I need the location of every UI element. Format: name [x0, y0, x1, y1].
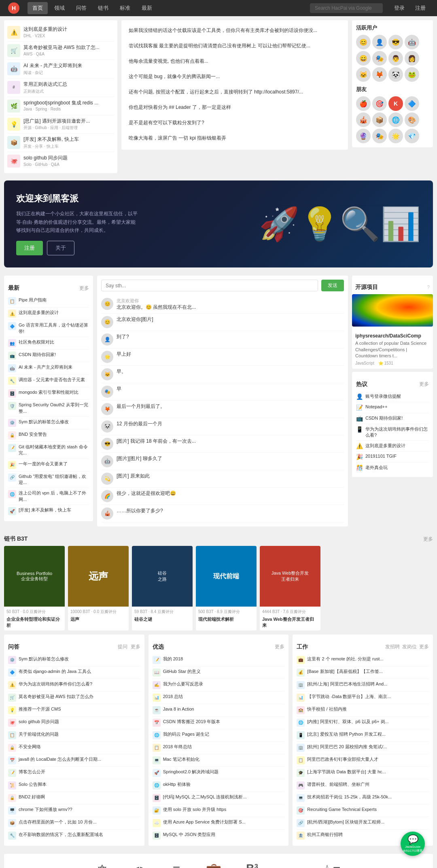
avatar[interactable]: 🦊: [372, 67, 387, 82]
footer-icon-backend[interactable]: ≡ 后端: [172, 862, 181, 868]
list-item[interactable]: ☁️使用 Azure App Service 免费计划部署 S...: [153, 817, 285, 830]
list-item[interactable]: 📖GitHub Star 的意义: [153, 666, 285, 679]
avatar[interactable]: 🎯: [372, 96, 387, 111]
list-item[interactable]: 🔗[杭州/西湖][Bytom] 区块链开发工程师...: [297, 817, 429, 830]
list-item[interactable]: 🔒BND 安全警告: [8, 429, 89, 442]
list-item[interactable]: 🌐连上公司的 vpn 后，电脑上不了外网...: [8, 488, 89, 505]
list-item[interactable]: 🌐okHttp 初体验: [153, 779, 285, 792]
avatar[interactable]: 🐼: [388, 67, 403, 82]
list-item[interactable]: 🚀Springboot2.0 解决跨域问题: [153, 767, 285, 779]
list-item[interactable]: 📋Pipe 用户指南: [8, 295, 89, 308]
list-item[interactable]: 🎉一年一度的年会又要来了: [8, 459, 89, 471]
list-item[interactable]: 📋关于前端优化的问题: [8, 729, 140, 742]
list-item[interactable]: ✍️我为什么要写反思录: [153, 679, 285, 692]
list-item[interactable]: 🎉20191101 TGIF: [356, 452, 429, 463]
list-item[interactable]: ⚙️Sym 默认的标签怎么修改: [8, 654, 140, 666]
list-item[interactable]: 🗄️[代码] MySQL 之二MySQL 连接机制浅析...: [153, 792, 285, 804]
list-item[interactable]: ⚠️这到底是多重的设计: [356, 441, 429, 452]
list-item[interactable]: 📋阿里巴巴政务钉钉事业部招大量人才: [297, 754, 429, 767]
footer-icon-blockchain[interactable]: 〜 区块链: [282, 862, 297, 868]
list-item[interactable]: 💰[Base 新加坡]【高薪低税】【工作签...: [297, 666, 429, 679]
list-item[interactable]: 📝博客怎么公开: [8, 767, 140, 779]
list-item[interactable]: 如果我没猜错的话这个仗载应该是个工具类，但你只有有主类库才会被到的话设你便没..…: [125, 23, 345, 37]
footer-icon-fun[interactable]: ✡ 好玩: [97, 862, 108, 868]
nav-books[interactable]: 链书: [93, 2, 113, 14]
list-item[interactable]: 🛡️Spring Security Oauth2 从零到一完整...: [8, 400, 89, 417]
list-item[interactable]: 🐙solo github 同步问题: [8, 717, 140, 729]
nav-qa[interactable]: 问答: [71, 2, 91, 14]
footer-icon-jobs[interactable]: 💼 工作: [206, 862, 222, 868]
avatar[interactable]: 😄: [356, 51, 371, 66]
post-job-link[interactable]: 发招聘: [385, 643, 400, 650]
float-button[interactable]: 💬 JavaGuide @51CTO博客: [401, 832, 425, 856]
avatar[interactable]: 👨: [388, 51, 403, 66]
list-item[interactable]: 📅java8 的 LocalDate 怎么去判断某个日期...: [8, 754, 140, 767]
list-item[interactable]: 📅CSDN 博客搬迁 2019 年版本: [153, 717, 285, 729]
list-item[interactable]: 💼这里有 2 个 remote 的社. 分别是 rust...: [297, 654, 429, 666]
login-link[interactable]: 登录: [391, 3, 408, 13]
avatar[interactable]: 🍎: [356, 96, 371, 111]
list-item[interactable]: 📝我的 2018: [153, 654, 285, 666]
avatar[interactable]: 😎: [388, 35, 403, 49]
list-item[interactable]: 🌿 springboot|springboot 集成 redis ... Jav…: [7, 97, 114, 115]
post-position-link[interactable]: 发岗位: [402, 643, 417, 650]
avatar[interactable]: 👩: [405, 51, 419, 66]
list-item[interactable]: 📋2018 年终总结: [153, 742, 285, 754]
books-more-link[interactable]: 更多: [423, 536, 433, 543]
list-item[interactable]: 🏢[杭州/上海] 阿里巴巴本地生活招聘 And...: [297, 679, 429, 692]
welcome-about-button[interactable]: 关于: [47, 241, 74, 255]
ask-link[interactable]: 提问: [118, 643, 127, 650]
list-item[interactable]: 🛒莫名奇妙被亚马逊 AWS 扣款了怎么办: [8, 692, 140, 704]
list-item[interactable]: 🌐[内推] 阿里钉钉、双体、p6 以及 p6+ 岗...: [297, 717, 429, 729]
list-item[interactable]: 吃像大海着，滚屏广告 一切 kpi 指标钱银着弄: [125, 131, 345, 145]
list-item[interactable]: 🔒不安全网络: [8, 742, 140, 754]
list-item[interactable]: 📱华为为这次胡玮炜的事件你们怎么看?: [356, 424, 429, 441]
avatar[interactable]: 🤖: [405, 35, 419, 49]
list-item[interactable]: 🖥️chrome 下如何播放 wmv??: [8, 804, 140, 817]
list-item[interactable]: 🔧调控器 - 父元素中是否包含子元素: [8, 375, 89, 387]
list-item[interactable]: 🛒 莫名奇妙被亚马逊 AWS 扣款了怎... AWS · Q&A: [7, 42, 114, 60]
list-item[interactable]: 🎓[上海字节跳动 Data 数据平台] 大量 hc...: [297, 767, 429, 779]
list-item[interactable]: 📝Git 临时储藏本地变更的 stash 命令完...: [8, 442, 89, 459]
book-card[interactable]: 现代前端 500 B3T · 8.9 豆瓣评分 现代前端技术解析: [196, 546, 257, 630]
list-item[interactable]: 🏢[杭州] 阿里巴巴 20 届校招内推 免笔试/...: [297, 742, 429, 754]
book-card[interactable]: Java Web整合开发王者归来 4444 B3T · 7.6 豆瓣评分 Jav…: [260, 546, 320, 630]
list-item[interactable]: ⚠️这到底是多重的设计: [8, 308, 89, 320]
list-item[interactable]: 🎮谱普科技、前端招聘、坐标广州: [297, 779, 429, 792]
list-item[interactable]: 他每余流量变视觉, 也他们有点着着...: [125, 54, 345, 68]
latest-more-link[interactable]: 更多: [79, 285, 89, 292]
list-item[interactable]: 📜Solo 公告脚本: [8, 779, 140, 792]
list-item[interactable]: 🗄️MySQL 中 JSON 类型应用: [153, 830, 285, 842]
list-item[interactable]: 💡推推荐一个开源 CMS: [8, 704, 140, 717]
list-item[interactable]: 💻Mac 笔记本初始化: [153, 754, 285, 767]
list-item[interactable]: 💡 [思广益] 遇到开源项目邀套开... 开源 · Github · 应用 · …: [7, 115, 114, 134]
welcome-register-button[interactable]: 注册: [16, 241, 43, 255]
list-item[interactable]: 🔐使用 solo 开放 solo 并升级 https: [153, 804, 285, 817]
list-item[interactable]: 🗄️mongodo 索引引擎和性能对比: [8, 387, 89, 400]
book-card[interactable]: Business Portfolio企业业务转型 50 B3T · 0.0 豆瓣…: [4, 546, 65, 630]
list-item[interactable]: 📊【字节跳动 -Data 数据平台】上海、南京...: [297, 692, 429, 704]
list-item[interactable]: 🔷Go 语言常用工具库，这个钻缝还算带!: [8, 320, 89, 337]
avatar[interactable]: 😊: [356, 35, 371, 49]
avatar[interactable]: 🐱: [356, 67, 371, 82]
nav-standard[interactable]: 标准: [115, 2, 135, 14]
list-item[interactable]: 🔗Github "用爱发电" 组织邀请帖，欢迎...: [8, 471, 89, 488]
list-item[interactable]: 🎯Recruiting Game Technical Experts: [297, 804, 429, 817]
list-item[interactable]: 📦 [开发] 来不及解释, 快上车 开发 · 分享 · 快上车: [7, 134, 114, 152]
nav-home[interactable]: 首页: [28, 2, 48, 14]
avatar[interactable]: 🎪: [356, 112, 371, 127]
list-item[interactable]: 🐙 solo github 同步问题 Solo · GitHub · Q&A: [7, 152, 114, 170]
chat-send-button[interactable]: 发送: [321, 280, 344, 291]
avatar[interactable]: 🌟: [388, 129, 403, 143]
list-item[interactable]: 🤖 AI 未来 - 共产主义即将到来 阅读 · 杂记: [7, 60, 114, 79]
list-item[interactable]: 🔒BND2 好墙啊: [8, 792, 140, 804]
list-item[interactable]: 🔧在不影响数据的情况下，怎么重新配置域名: [8, 830, 140, 842]
search-input[interactable]: [310, 3, 383, 13]
footer-icon-b3[interactable]: B³ B3: [246, 862, 258, 868]
list-item[interactable]: 尝试找我客服 最主要的是提明他们请清楚自己没有使用树上 可以让他们帮帮记忆使..…: [125, 39, 345, 53]
list-item[interactable]: 🏫快手校招 / 社招内推: [297, 704, 429, 717]
list-item[interactable]: ⚠️华为为这次胡玮炜的事件你们怎么看?: [8, 679, 140, 692]
book-card[interactable]: 硅谷之路 59 B3T · 8.4 豆瓣评分 硅谷之谜: [132, 546, 193, 630]
list-item[interactable]: ⚙️Sym 默认的标签怎么修改: [8, 417, 89, 429]
list-item[interactable]: 📦点击存档里面的第一个，比如 10 月份...: [8, 817, 140, 830]
